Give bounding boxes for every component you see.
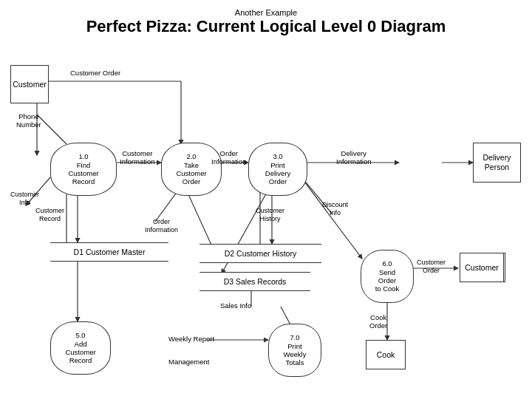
label-order-information: Order Information xyxy=(211,149,247,166)
label-sales-info: Sales Info xyxy=(220,301,251,310)
process-3: 3.0 Print Delivery Order xyxy=(248,143,307,196)
process-6: 6.0 Send Order to Cook xyxy=(361,250,414,303)
entity-customer-right: Customer xyxy=(460,253,505,282)
label-order-info-2: Order Information xyxy=(145,218,178,234)
entity-customer: Customer xyxy=(10,65,49,103)
label-customer-record-1: Customer Record xyxy=(35,207,64,223)
process-5: 5.0 Add Customer Record xyxy=(50,321,111,375)
label-customer-order-right: Customer Order xyxy=(417,259,446,275)
process-1: 1.0 Find Customer Record xyxy=(50,143,117,196)
entity-delivery-person: Delivery Person xyxy=(473,143,521,183)
label-customer-order: Customer Order xyxy=(70,69,120,77)
process-7: 7.0 Print Weekly Totals xyxy=(268,324,321,377)
datastore-d3: D3 Sales Records xyxy=(200,272,310,291)
datastore-d1: D1 Customer Master xyxy=(50,242,168,262)
label-cook-order: Cook Order xyxy=(369,313,387,330)
label-management: Management xyxy=(168,358,209,366)
label-phone-number: Phone Number xyxy=(16,112,41,129)
label-customer-information: Customer Information xyxy=(120,149,155,166)
subtitle: Another Example xyxy=(0,8,532,17)
main-title: Perfect Pizza: Current Logical Level 0 D… xyxy=(0,17,532,36)
label-delivery-information: Delivery Information xyxy=(336,149,372,166)
entity-cook: Cook xyxy=(366,340,406,369)
label-discount-info: Discount Info xyxy=(322,201,348,217)
datastore-d2: D2 Customer History xyxy=(200,244,321,263)
svg-line-1 xyxy=(37,115,66,144)
titles: Another Example Perfect Pizza: Current L… xyxy=(0,0,532,41)
label-weekly-report: Weekly Report xyxy=(168,335,214,343)
label-customer-history: Customer History xyxy=(256,207,284,223)
label-customer-info: Customer Info xyxy=(10,191,39,207)
diagram-container: Another Example Perfect Pizza: Current L… xyxy=(0,0,532,399)
